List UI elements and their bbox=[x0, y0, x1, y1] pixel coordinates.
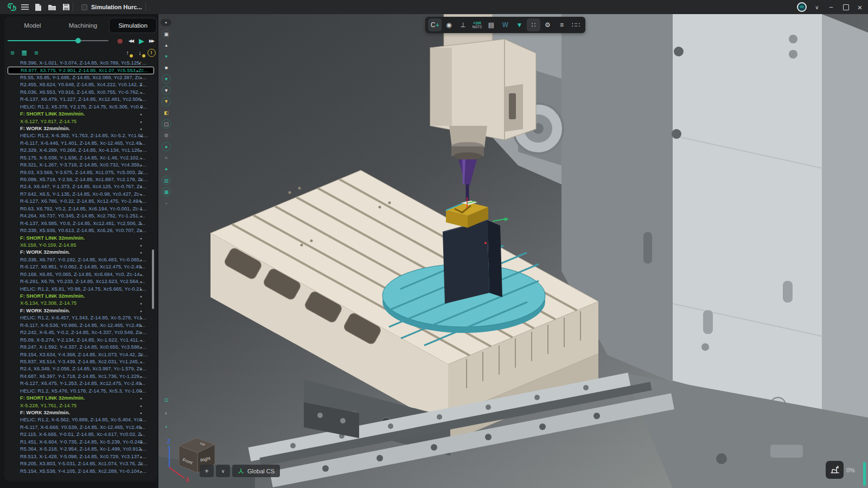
misc-visibility-icon[interactable]: ▫ bbox=[162, 198, 171, 208]
curve-icon[interactable]: ≈ bbox=[162, 153, 171, 163]
tool-display-icon[interactable]: ▼ bbox=[513, 18, 526, 31]
gcode-row[interactable]: R-6.117, X-6.446, Y1.401, Z-14.85, Xc-12… bbox=[4, 140, 157, 147]
gcode-row[interactable]: F: WORK 32mm/min.● bbox=[4, 409, 157, 416]
run-list-icon[interactable]: ≣ bbox=[20, 48, 29, 57]
gcode-row[interactable]: R2.4, X6.349, Y-2.056, Z-14.85, Xc3.997,… bbox=[4, 365, 157, 373]
gcode-row[interactable]: R6.089, X5.719, Y-2.56, Z-14.85, Xc1.897… bbox=[4, 176, 157, 183]
close-button[interactable]: × bbox=[853, 0, 867, 14]
point-icon[interactable]: ● bbox=[162, 142, 171, 151]
calculator-icon[interactable]: ▤ bbox=[484, 18, 498, 31]
jump-down-icon[interactable]: ↓ bbox=[135, 48, 145, 57]
gcode-row[interactable]: R6.036, X6.553, Y0.916, Z-14.85, Xc0.755… bbox=[4, 89, 157, 96]
gcode-row[interactable]: HELIC: R1.2, X5.81, Y0.98, Z-14.75, Xc5.… bbox=[4, 286, 157, 293]
gcode-row[interactable]: R2.4, X6.447, Y-1.373, Z-14.85, Xc4.125,… bbox=[4, 183, 157, 190]
tab-model[interactable]: Model bbox=[9, 18, 56, 33]
toolpath-list-icon[interactable]: ≡ bbox=[8, 48, 17, 57]
stop-button[interactable]: ⊗ bbox=[115, 36, 125, 46]
gear-settings-icon[interactable]: ⚙ bbox=[541, 18, 554, 31]
global-cs-button[interactable]: Global CS bbox=[232, 465, 280, 477]
gcode-row[interactable]: R2.455, X6.624, Y0.648, Z-14.85, Xc4.222… bbox=[4, 81, 157, 88]
tolerance-icon[interactable]: +100NGT2 bbox=[470, 18, 484, 31]
gcode-row[interactable]: F: WORK 32mm/min.● bbox=[4, 249, 157, 256]
user-avatar[interactable] bbox=[797, 2, 807, 12]
probe-icon[interactable]: ◉ bbox=[442, 18, 456, 31]
fixture-icon[interactable]: ◧ bbox=[162, 108, 171, 118]
gcode-row[interactable]: R-6.137, X6.585, Y0.8, Z-14.85, Xc12.481… bbox=[4, 220, 157, 227]
list-scrollbar[interactable] bbox=[152, 249, 154, 309]
jump-up-icon[interactable]: ↑ bbox=[123, 48, 132, 57]
gcode-row[interactable]: R1.451, X-6.604, Y-0.735, Z-14.85, Xc-5.… bbox=[4, 439, 157, 446]
nodes-compare-icon[interactable]: ∷ bbox=[527, 18, 540, 31]
apps-grid-icon[interactable]: ∷∷ bbox=[569, 18, 583, 31]
gcode-row[interactable]: X-5.228, Y1.761, Z-14.75● bbox=[4, 402, 157, 409]
gcode-row[interactable]: F: WORK 32mm/min.● bbox=[4, 125, 157, 132]
cs-chevron-button[interactable]: ∨ bbox=[216, 465, 230, 477]
gcode-row[interactable]: X6.158, Y-0.159, Z-14.85● bbox=[4, 242, 157, 249]
gcode-row[interactable]: R-6.127, X6.475, Y-1.253, Z-14.85, Xc12.… bbox=[4, 380, 157, 387]
tab-machining[interactable]: Machining bbox=[59, 18, 107, 33]
spindle-icon[interactable]: ▼ bbox=[162, 86, 171, 95]
compact-list-icon[interactable]: ≡ bbox=[31, 48, 41, 57]
gcode-row[interactable]: R2.329, X-6.299, Y0.268, Z-14.85, Xc-4.1… bbox=[4, 147, 157, 154]
shaded-view-icon[interactable]: ◐ bbox=[162, 409, 171, 418]
collision-check-icon[interactable]: W bbox=[499, 18, 512, 31]
gcode-row[interactable]: R9.154, X3.634, Y-4.368, Z-14.85, Xc1.07… bbox=[4, 351, 157, 358]
gcode-row[interactable]: R-6.117, X-6.668, Y0.539, Z-14.85, Xc-12… bbox=[4, 424, 157, 431]
sliders-icon[interactable]: ≡ bbox=[555, 18, 569, 31]
minimize-button[interactable]: − bbox=[824, 0, 838, 14]
gcode-row[interactable]: F: SHORT LINK 32mm/min.● bbox=[4, 235, 157, 242]
tab-simulation[interactable]: Simulation bbox=[110, 18, 156, 33]
gcode-row[interactable]: HELIC: R1.2, X-6.392, Y1.763, Z-14.85, X… bbox=[4, 132, 157, 139]
new-file-icon[interactable] bbox=[33, 2, 43, 12]
gcode-row[interactable]: HELIC: R1.2, X5.378, Y2.175, Z-14.75, Xc… bbox=[4, 104, 157, 111]
gcode-row[interactable]: R5.175, X-5.038, Y-1.636, Z-14.85, Xc-1.… bbox=[4, 155, 157, 162]
gcode-row[interactable]: R8.877, X3.775, Y-2.901, Z-14.85, Xc1.07… bbox=[8, 67, 154, 74]
gcode-row[interactable]: R0.338, X5.936, Y0.613, Z-14.85, Xc6.26,… bbox=[4, 227, 157, 234]
add-cs-button[interactable]: + bbox=[200, 465, 214, 477]
gcode-row[interactable]: R4.687, X6.397, Y-1.718, Z-14.85, Xc1.73… bbox=[4, 373, 157, 380]
gcode-row[interactable]: R5.154, X5.538, Y-4.105, Z-14.85, Xc2.28… bbox=[4, 468, 157, 475]
fast-forward-button[interactable]: ▶▶ bbox=[146, 36, 156, 46]
section-view-icon[interactable]: ◗ bbox=[162, 422, 171, 431]
gcode-row[interactable]: F: SHORT LINK 32mm/min.● bbox=[4, 111, 157, 118]
gcode-row[interactable]: R0.338, X6.797, Y-0.192, Z-14.85, Xc6.48… bbox=[4, 256, 157, 264]
gcode-row[interactable]: R8.396, X-1.021, Y-3.074, Z-14.85, Xc0.7… bbox=[4, 60, 157, 67]
menu-icon[interactable] bbox=[20, 2, 30, 12]
gcode-row[interactable]: R0.169, X6.85, Y0.065, Z-14.85, Xc6.694,… bbox=[4, 271, 157, 278]
gcode-row[interactable]: R4.264, X6.737, Y0.345, Z-14.85, Xc2.782… bbox=[4, 213, 157, 220]
machine-axes-button[interactable]: 4 bbox=[826, 461, 844, 479]
head-visibility-icon[interactable]: ▴ bbox=[162, 41, 171, 50]
app-logo-icon[interactable] bbox=[7, 2, 17, 12]
gcode-row[interactable]: F: SHORT LINK 32mm/min.● bbox=[4, 395, 157, 402]
slider-handle[interactable] bbox=[75, 38, 81, 43]
gcode-row[interactable]: R5.09, X-5.274, Y-2.134, Z-14.85, Xc-1.6… bbox=[4, 337, 157, 344]
gcode-row[interactable]: X-5.127, Y2.817, Z-14.75● bbox=[4, 118, 157, 125]
gcode-row[interactable]: R2.242, X-6.45, Y-0.2, Z-14.85, Xc-4.337… bbox=[4, 329, 157, 336]
caliper-measure-icon[interactable]: ⊥ bbox=[456, 18, 470, 31]
workpiece-solid-icon[interactable]: ● bbox=[162, 165, 171, 174]
view-cube[interactable]: Z X Top Front Right bbox=[161, 428, 226, 485]
gcode-row[interactable]: R8.247, X-1.592, Y-4.337, Z-14.85, Xc0.6… bbox=[4, 344, 157, 351]
toolholder-icon[interactable]: ▾ bbox=[162, 52, 171, 61]
gcode-row[interactable]: R-6.291, X6.78, Y0.233, Z-14.85, Xc12.62… bbox=[4, 278, 157, 285]
chevron-down-icon[interactable]: ∨ bbox=[810, 0, 824, 14]
fit-view-icon[interactable]: ⊡ bbox=[162, 395, 171, 404]
open-folder-icon[interactable] bbox=[47, 2, 58, 12]
strip-scroll-up-icon[interactable]: ▲ bbox=[161, 19, 171, 26]
gcode-row[interactable]: R8.513, X-1.428, Y-5.098, Z-14.85, Xc0.7… bbox=[4, 453, 157, 460]
gcode-row[interactable]: R9.205, X3.803, Y-5.031, Z-14.85, Xc1.07… bbox=[4, 460, 157, 467]
rewind-button[interactable]: ◀◀ bbox=[126, 36, 136, 46]
gcode-row[interactable]: R-6.127, X6.786, Y-0.22, Z-14.85, Xc12.4… bbox=[4, 198, 157, 205]
gcode-row[interactable]: X-5.134, Y2.308, Z-14.75● bbox=[4, 300, 157, 307]
gcode-row[interactable]: R0.63, X6.792, Y0.2, Z-14.85, Xc6.194, Y… bbox=[4, 206, 157, 213]
gcode-row[interactable]: R7.642, X6.5, Y-1.135, Z-14.85, Xc-0.98,… bbox=[4, 191, 157, 198]
gcode-row[interactable]: R9.03, X3.569, Y-3.675, Z-14.85, Xc1.075… bbox=[4, 169, 157, 176]
gcode-row[interactable]: R5.364, X-5.218, Y-2.954, Z-14.85, Xc-1.… bbox=[4, 446, 157, 453]
tool-tip-icon[interactable]: ▼ bbox=[162, 97, 171, 106]
gcode-row[interactable]: HELIC: R1.2, X-6.562, Y0.889, Z-14.85, X… bbox=[4, 416, 157, 423]
gcode-row[interactable]: F: WORK 32mm/min.● bbox=[4, 307, 157, 314]
simulation-progress-slider[interactable] bbox=[8, 40, 108, 41]
c-axis-add-icon[interactable]: C+ bbox=[428, 18, 442, 31]
play-button[interactable]: ▶ bbox=[137, 36, 146, 46]
gcode-row[interactable]: R5.837, X5.514, Y-3.439, Z-14.85, Xc2.03… bbox=[4, 358, 157, 365]
